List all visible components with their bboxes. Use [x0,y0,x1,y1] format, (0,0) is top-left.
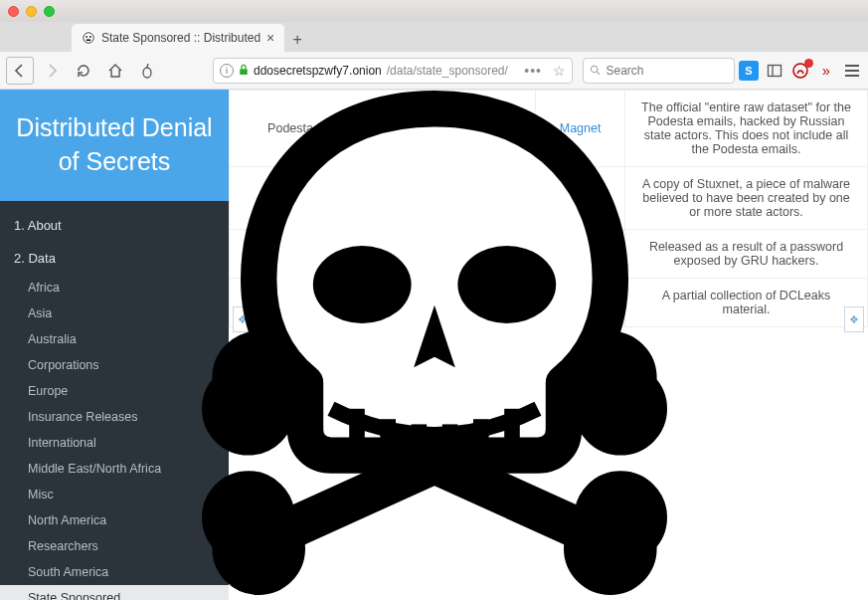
tab-title: State Sponsored :: Distributed [101,31,260,45]
sidebar-nav: 1. About 2. Data AfricaAsiaAustraliaCorp… [0,201,229,601]
window-minimize-button[interactable] [26,6,37,17]
back-button[interactable] [6,57,34,85]
nav-sub-item[interactable]: State Sponsored [0,585,229,601]
nav-sub-item[interactable]: Researchers [0,533,229,559]
table-row: Correspondents Brunch2 GBMagnetReleased … [230,230,868,279]
nav-sub-item[interactable]: Insurance Releases [0,404,229,430]
row-name: Correspondents Brunch [230,230,446,279]
sidebar: Distributed Denial of Secrets 1. About 2… [0,90,229,600]
svg-point-0 [84,33,94,44]
tor-onion-icon[interactable] [133,57,161,85]
url-host: ddosecretspzwfy7.onion [254,64,382,78]
table-row: Stuxnet4.5 MBMagnetA copy of Stuxnet, a … [230,167,868,230]
sidebar-toggle-icon[interactable] [765,61,784,81]
browser-tabstrip: State Sponsored :: Distributed × + [0,22,868,52]
nav-sub-item[interactable]: South America [0,559,229,585]
bookmark-star-icon[interactable]: ☆ [553,63,566,79]
window-titlebar [0,0,868,22]
page-actions-icon[interactable]: ••• [524,63,542,79]
browser-tab-active[interactable]: State Sponsored :: Distributed × [72,24,284,52]
row-description: A partial collection of DCLeaks material… [625,279,868,327]
window-maximize-button[interactable] [44,6,55,17]
row-link-cell: Magnet [536,167,625,230]
magnet-link[interactable]: Magnet [560,191,602,205]
address-bar[interactable]: i ddosecretspzwfy7.onion/data/state_spon… [213,58,573,84]
row-size: 5.5 GB [446,91,536,167]
menu-hamburger-icon[interactable] [842,65,862,77]
extension-s-icon[interactable]: S [739,61,759,81]
row-description: Released as a result of a password expos… [625,230,868,279]
row-link-cell: Magnet [536,91,625,167]
tab-close-icon[interactable]: × [266,30,274,46]
window-close-button[interactable] [8,6,19,17]
search-icon [590,64,601,77]
table-row: Podesta emails individual5.5 GBMagnetThe… [230,91,868,167]
magnet-link[interactable]: Magnet [560,121,602,135]
svg-rect-3 [87,40,91,42]
nav-about[interactable]: 1. About [0,209,229,242]
nav-sub-item[interactable]: North America [0,507,229,533]
site-brand[interactable]: Distributed Denial of Secrets [0,90,229,201]
home-button[interactable] [101,57,129,85]
brand-line1: Distributed Denial [10,111,219,145]
nav-sub-item[interactable]: Corporations [0,352,229,378]
nav-sub-item[interactable]: International [0,430,229,456]
row-description: The official "entire raw dataset" for th… [625,91,868,167]
forward-button[interactable] [38,57,66,85]
search-input[interactable] [606,64,728,78]
svg-rect-5 [240,69,248,75]
magnet-link[interactable]: Magnet [560,296,602,309]
overflow-icon[interactable]: » [816,61,836,81]
data-table: Podesta emails individual5.5 GBMagnetThe… [229,90,868,327]
nav-data[interactable]: 2. Data [0,242,229,275]
svg-point-1 [86,36,87,38]
nav-sub-item[interactable]: Misc [0,482,229,507]
nav-sub-item[interactable]: Europe [0,378,229,404]
browser-toolbar: i ddosecretspzwfy7.onion/data/state_spon… [0,52,868,90]
table-row: DCLeaks10.4 GBMagnetA partial collection… [230,279,868,327]
svg-rect-8 [769,65,781,76]
svg-point-2 [89,36,91,38]
nav-sub-item[interactable]: Australia [0,326,229,352]
svg-line-7 [597,72,600,75]
prev-page-handle[interactable]: ❖ [233,306,253,332]
row-description: A copy of Stuxnet, a piece of malware be… [625,167,868,230]
search-box[interactable] [583,58,735,84]
row-name: Podesta emails individual [230,91,446,167]
row-size: 10.4 GB [446,279,536,327]
reload-button[interactable] [70,57,97,85]
lock-icon [239,64,249,78]
nav-sub-item[interactable]: Africa [0,275,229,300]
row-link-cell: Magnet [536,279,625,327]
toolbar-right: S » [739,61,862,81]
new-tab-button[interactable]: + [284,28,310,52]
svg-point-4 [143,68,151,78]
svg-point-6 [591,66,597,72]
row-size: 2 GB [446,230,536,279]
nav-sub-item[interactable]: Middle East/North Africa [0,456,229,482]
brand-line2: of Secrets [10,145,219,179]
url-path: /data/state_sponsored/ [387,64,508,78]
nav-sub-item[interactable]: Asia [0,300,229,326]
noscript-icon[interactable] [790,61,810,81]
row-link-cell: Magnet [536,230,625,279]
row-name: Stuxnet [230,167,446,230]
row-name: DCLeaks [230,279,446,327]
row-size: 4.5 MB [446,167,536,230]
page-content: Distributed Denial of Secrets 1. About 2… [0,90,868,600]
tab-favicon [82,31,95,45]
info-icon[interactable]: i [220,64,234,78]
next-page-handle[interactable]: ❖ [844,306,864,332]
magnet-link[interactable]: Magnet [560,247,602,261]
main-panel: Podesta emails individual5.5 GBMagnetThe… [229,90,868,600]
